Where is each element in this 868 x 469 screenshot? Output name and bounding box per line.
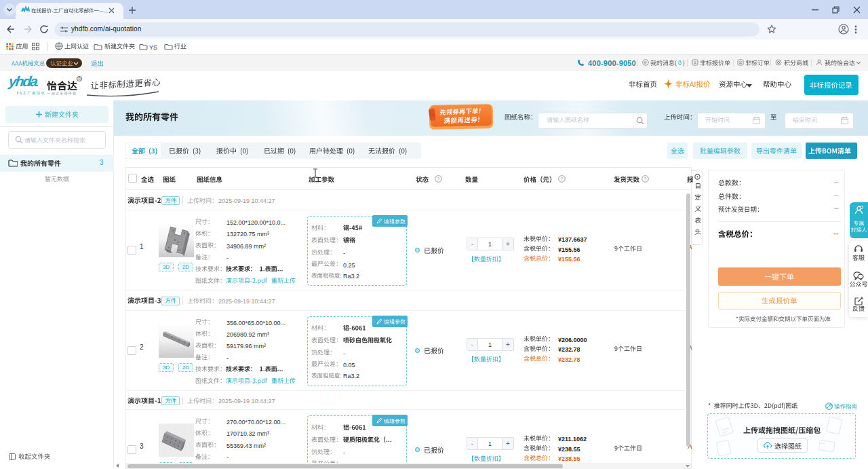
svg-text:?: ? [561,176,564,181]
svg-text:?: ? [437,176,440,181]
svg-text:?: ? [644,176,647,181]
